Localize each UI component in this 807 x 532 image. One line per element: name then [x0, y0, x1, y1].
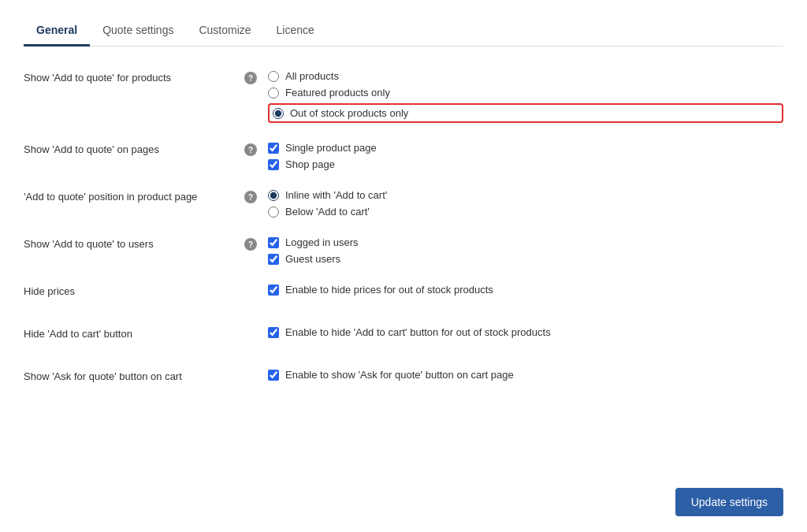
checkbox-label-hide-prices: Enable to hide prices for out of stock p…: [285, 284, 493, 296]
label-hide-add-to-cart: Hide 'Add to cart' button: [24, 326, 244, 340]
radio-all-products[interactable]: All products: [268, 70, 783, 82]
radio-label-inline: Inline with 'Add to cart': [285, 189, 387, 201]
checkbox-label-logged-in: Logged in users: [285, 236, 359, 248]
update-settings-button[interactable]: Update settings: [675, 488, 783, 516]
radio-label-out-of-stock: Out of stock products only: [290, 107, 408, 119]
radio-input-out-of-stock[interactable]: [273, 108, 284, 119]
radio-input-featured-products[interactable]: [268, 87, 279, 99]
checkbox-label-hide-cart: Enable to hide 'Add to cart' button for …: [285, 326, 551, 338]
checkbox-label-shop-page: Shop page: [285, 158, 335, 170]
help-icon-users[interactable]: ?: [244, 238, 257, 251]
help-position-in-product-page[interactable]: ?: [244, 189, 268, 203]
label-show-add-to-quote-on-pages: Show 'Add to quote' on pages: [24, 142, 244, 155]
control-ask-for-quote-on-cart: Enable to show 'Ask for quote' button on…: [268, 369, 783, 381]
checkbox-input-ask-for-quote[interactable]: [268, 370, 279, 381]
row-hide-prices: Hide prices Enable to hide prices for ou…: [24, 284, 783, 307]
radio-input-all-products[interactable]: [268, 71, 279, 82]
row-hide-add-to-cart: Hide 'Add to cart' button Enable to hide…: [24, 326, 783, 350]
label-position-in-product-page: 'Add to quote' position in product page: [24, 189, 244, 203]
tab-general[interactable]: General: [24, 16, 90, 47]
control-show-add-to-quote-on-pages: Single product page Shop page: [268, 142, 783, 170]
tab-quote-settings[interactable]: Quote settings: [90, 16, 186, 47]
label-ask-for-quote-on-cart: Show 'Ask for quote' button on cart: [24, 369, 244, 382]
help-icon-pages[interactable]: ?: [244, 143, 257, 156]
help-show-add-to-quote-for-products[interactable]: ?: [244, 70, 268, 84]
checkbox-label-single-product-page: Single product page: [285, 142, 377, 154]
checkbox-hide-prices[interactable]: Enable to hide prices for out of stock p…: [268, 284, 783, 296]
row-position-in-product-page: 'Add to quote' position in product page …: [24, 189, 783, 218]
checkbox-label-guest: Guest users: [285, 253, 340, 265]
checkbox-input-single-product-page[interactable]: [268, 143, 279, 154]
help-show-add-to-quote-on-pages[interactable]: ?: [244, 142, 268, 156]
help-icon-position[interactable]: ?: [244, 191, 257, 203]
row-ask-for-quote-on-cart: Show 'Ask for quote' button on cart Enab…: [24, 369, 783, 392]
help-placeholder-ask-for-quote: [244, 369, 268, 370]
row-show-add-to-quote-for-products: Show 'Add to quote' for products ? All p…: [24, 70, 783, 123]
radio-below-add-to-cart[interactable]: Below 'Add to cart': [268, 206, 783, 218]
checkbox-single-product-page[interactable]: Single product page: [268, 142, 783, 154]
help-placeholder-hide-prices: [244, 284, 268, 285]
checkbox-guest-users[interactable]: Guest users: [268, 253, 783, 265]
label-show-add-to-quote-for-products: Show 'Add to quote' for products: [24, 70, 244, 84]
checkbox-input-logged-in[interactable]: [268, 237, 279, 248]
radio-input-inline[interactable]: [268, 190, 279, 201]
tab-licence[interactable]: Licence: [264, 16, 327, 47]
radio-featured-products[interactable]: Featured products only: [268, 87, 783, 99]
checkbox-hide-add-to-cart[interactable]: Enable to hide 'Add to cart' button for …: [268, 326, 783, 338]
control-show-add-to-quote-to-users: Logged in users Guest users: [268, 236, 783, 265]
label-show-add-to-quote-to-users: Show 'Add to quote' to users: [24, 236, 244, 250]
help-placeholder-hide-cart: [244, 326, 268, 328]
checkbox-shop-page[interactable]: Shop page: [268, 158, 783, 170]
checkbox-input-hide-cart[interactable]: [268, 327, 279, 338]
radio-label-featured-products: Featured products only: [285, 87, 390, 99]
radio-label-below: Below 'Add to cart': [285, 206, 370, 218]
radio-out-of-stock-highlighted[interactable]: Out of stock products only: [268, 103, 783, 123]
control-position-in-product-page: Inline with 'Add to cart' Below 'Add to …: [268, 189, 783, 218]
radio-inline-with-add-to-cart[interactable]: Inline with 'Add to cart': [268, 189, 783, 201]
control-show-add-to-quote-for-products: All products Featured products only Out …: [268, 70, 783, 123]
tab-customize[interactable]: Customize: [186, 16, 263, 47]
control-hide-prices: Enable to hide prices for out of stock p…: [268, 284, 783, 296]
checkbox-input-guest[interactable]: [268, 254, 279, 265]
row-show-add-to-quote-to-users: Show 'Add to quote' to users ? Logged in…: [24, 236, 783, 265]
tabs-bar: General Quote settings Customize Licence: [24, 16, 783, 47]
checkbox-logged-in-users[interactable]: Logged in users: [268, 236, 783, 248]
page-container: General Quote settings Customize Licence…: [0, 0, 807, 532]
checkbox-input-hide-prices[interactable]: [268, 285, 279, 296]
radio-input-below[interactable]: [268, 206, 279, 218]
control-hide-add-to-cart: Enable to hide 'Add to cart' button for …: [268, 326, 783, 338]
checkbox-ask-for-quote-on-cart[interactable]: Enable to show 'Ask for quote' button on…: [268, 369, 783, 381]
checkbox-label-ask-for-quote: Enable to show 'Ask for quote' button on…: [285, 369, 514, 381]
help-show-add-to-quote-to-users[interactable]: ?: [244, 236, 268, 251]
label-hide-prices: Hide prices: [24, 284, 244, 297]
help-icon[interactable]: ?: [244, 72, 257, 84]
row-show-add-to-quote-on-pages: Show 'Add to quote' on pages ? Single pr…: [24, 142, 783, 170]
checkbox-input-shop-page[interactable]: [268, 159, 279, 170]
radio-label-all-products: All products: [285, 70, 339, 82]
